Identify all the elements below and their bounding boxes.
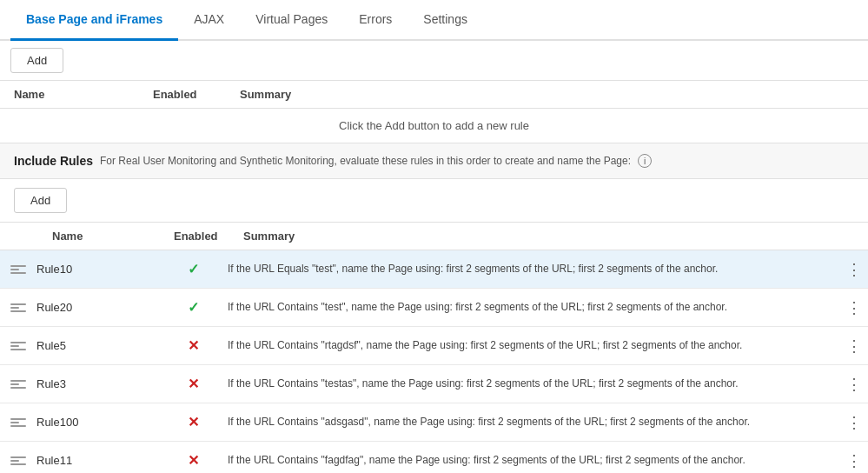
- rule-name: Rule3: [36, 377, 158, 390]
- x-icon: ✕: [188, 376, 199, 391]
- tab-settings[interactable]: Settings: [407, 0, 483, 41]
- rule-summary: If the URL Equals "test", name the Page …: [228, 262, 844, 276]
- rule-menu-button[interactable]: ⋮: [844, 260, 865, 279]
- top-add-button[interactable]: Add: [10, 48, 63, 73]
- rule-enabled: ✕: [158, 376, 228, 392]
- rule-name: Rule11: [36, 454, 158, 467]
- rule-menu-button[interactable]: ⋮: [844, 413, 865, 432]
- rule-menu-button[interactable]: ⋮: [844, 451, 865, 470]
- table-row[interactable]: Rule5✕If the URL Contains "rtagdsf", nam…: [0, 327, 868, 365]
- top-col-enabled: Enabled: [153, 88, 240, 101]
- top-column-headers: Name Enabled Summary: [0, 81, 868, 109]
- rule-name: Rule100: [36, 416, 158, 429]
- check-icon: ✓: [188, 300, 199, 315]
- table-row[interactable]: Rule3✕If the URL Contains "testas", name…: [0, 365, 868, 403]
- drag-handle[interactable]: [7, 376, 30, 392]
- include-rules-description: For Real User Monitoring and Synthetic M…: [100, 155, 631, 167]
- include-rules-add-row: Add: [0, 179, 868, 223]
- x-icon: ✕: [188, 338, 199, 353]
- rule-enabled: ✕: [158, 414, 228, 430]
- rules-col-summary: Summary: [243, 230, 854, 243]
- table-row[interactable]: Rule100✕If the URL Contains "adsgasd", n…: [0, 403, 868, 442]
- rule-enabled: ✕: [158, 452, 228, 469]
- drag-handle[interactable]: [7, 415, 30, 430]
- rule-name: Rule20: [36, 301, 158, 314]
- check-icon: ✓: [188, 262, 199, 276]
- include-rules-header: Include Rules For Real User Monitoring a…: [0, 143, 868, 179]
- rule-name: Rule5: [36, 339, 158, 352]
- table-row[interactable]: Rule20✓If the URL Contains "test", name …: [0, 289, 868, 327]
- rule-summary: If the URL Contains "test", name the Pag…: [228, 300, 844, 315]
- include-rules-add-button[interactable]: Add: [14, 188, 67, 213]
- info-icon[interactable]: i: [638, 154, 652, 168]
- rule-summary: If the URL Contains "testas", name the P…: [228, 376, 844, 391]
- top-col-name: Name: [14, 88, 153, 101]
- top-add-row: Add: [0, 41, 868, 81]
- click-add-message: Click the Add button to add a new rule: [0, 109, 868, 143]
- rule-enabled: ✕: [158, 337, 228, 354]
- table-row[interactable]: Rule11✕If the URL Contains "fagdfag", na…: [0, 442, 868, 473]
- drag-handle[interactable]: [7, 338, 30, 354]
- table-row[interactable]: Rule10✓If the URL Equals "test", name th…: [0, 250, 868, 289]
- top-col-summary: Summary: [240, 88, 854, 101]
- rule-name: Rule10: [36, 263, 158, 276]
- rules-column-headers: Name Enabled Summary: [0, 223, 868, 250]
- x-icon: ✕: [188, 415, 199, 430]
- drag-handle[interactable]: [7, 453, 30, 469]
- tab-virtual-pages[interactable]: Virtual Pages: [240, 0, 343, 41]
- rules-col-name: Name: [52, 230, 174, 243]
- rule-summary: If the URL Contains "rtagdsf", name the …: [228, 338, 844, 353]
- rule-enabled: ✓: [158, 261, 228, 277]
- drag-handle[interactable]: [7, 262, 30, 277]
- tab-bar: Base Page and iFramesAJAXVirtual PagesEr…: [0, 0, 868, 41]
- tab-ajax[interactable]: AJAX: [178, 0, 240, 41]
- tab-base-page-and-iframes[interactable]: Base Page and iFrames: [10, 0, 178, 41]
- rules-list: Rule10✓If the URL Equals "test", name th…: [0, 250, 868, 473]
- include-rules-title: Include Rules: [14, 154, 93, 168]
- x-icon: ✕: [188, 453, 199, 468]
- tab-errors[interactable]: Errors: [343, 0, 407, 41]
- drag-handle[interactable]: [7, 300, 30, 316]
- rules-col-enabled: Enabled: [174, 230, 243, 243]
- rule-summary: If the URL Contains "adsgasd", name the …: [228, 415, 844, 430]
- rule-menu-button[interactable]: ⋮: [844, 298, 865, 317]
- rule-menu-button[interactable]: ⋮: [844, 375, 865, 394]
- rule-menu-button[interactable]: ⋮: [844, 336, 865, 356]
- rule-enabled: ✓: [158, 299, 228, 316]
- rule-summary: If the URL Contains "fagdfag", name the …: [228, 453, 844, 468]
